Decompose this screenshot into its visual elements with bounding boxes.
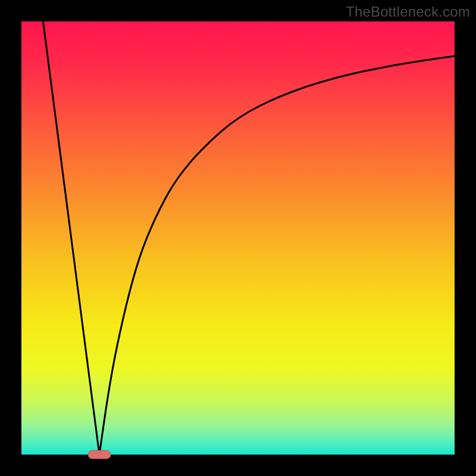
chart-frame: TheBottleneck.com xyxy=(0,0,476,476)
watermark-text: TheBottleneck.com xyxy=(346,4,470,20)
bottleneck-marker xyxy=(88,450,111,459)
chart-svg xyxy=(0,0,476,476)
plot-background xyxy=(21,21,455,455)
